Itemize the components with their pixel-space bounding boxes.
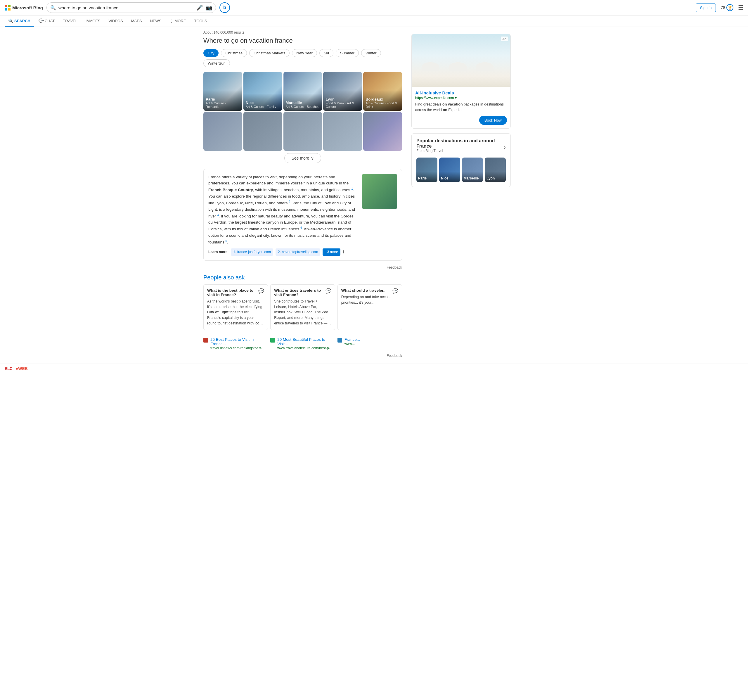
city-card-r2-5[interactable] xyxy=(363,112,402,151)
result-1: 25 Best Places to Visit in France... tra… xyxy=(203,335,268,353)
description-text: France offers a variety of places to vis… xyxy=(208,174,357,256)
r2-5-image xyxy=(363,112,402,151)
hamburger-menu[interactable]: ☰ xyxy=(738,4,743,11)
learn-more-link-1[interactable]: 1. france-justforyou.com xyxy=(231,248,273,256)
result-3-title[interactable]: France... xyxy=(345,337,360,342)
nav-item-news[interactable]: NEWS xyxy=(147,16,165,27)
learn-more-link-2[interactable]: 2. neverstoptraveling.com xyxy=(275,248,320,256)
filter-pill-wintersun[interactable]: WinterSun xyxy=(203,59,230,67)
paa-card-3[interactable]: 💬 What should a traveler... Depending on… xyxy=(338,285,402,330)
nav-item-more[interactable]: ⋮ MORE xyxy=(166,16,190,27)
pop-dest-header: Popular destinations in and around Franc… xyxy=(417,138,506,156)
city-card-nice[interactable]: Nice Art & Culture · Family xyxy=(243,72,282,111)
city-card-paris[interactable]: Paris Art & Culture · Romantic xyxy=(203,72,242,111)
paris-label: Paris Art & Culture · Romantic xyxy=(203,90,242,111)
dest-thumb-marseille[interactable]: Marseille xyxy=(462,158,483,183)
dest-thumb-paris[interactable]: Paris xyxy=(417,158,438,183)
nav-item-search[interactable]: 🔍 SEARCH xyxy=(5,15,34,27)
nav-item-images[interactable]: IMAGES xyxy=(82,16,104,27)
city-card-marseille[interactable]: Marseille Art & Culture · Beaches xyxy=(283,72,322,111)
lyon-title: Lyon xyxy=(325,97,360,101)
paa-question-3: What should a traveler... xyxy=(341,288,398,292)
result-1-text: 25 Best Places to Visit in France... tra… xyxy=(210,337,268,350)
result-3-text: France... www... xyxy=(345,337,360,346)
bordeaux-label: Bordeaux Art & Culture · Food & Drink xyxy=(363,90,402,111)
pop-dest-grid: Paris Nice Marseille Lyon xyxy=(417,158,506,183)
result-2-text: 20 Most Beautiful Places to Visit... www… xyxy=(277,337,335,350)
popular-destinations: Popular destinations in and around Franc… xyxy=(411,133,511,187)
paa-grid: 💬 What is the best place to visit in Fra… xyxy=(203,285,402,330)
nice-title: Nice xyxy=(246,100,280,105)
paris-subtitle: Art & Culture · Romantic xyxy=(206,101,240,108)
r2-2-image xyxy=(243,112,282,151)
nav-item-maps[interactable]: MAPS xyxy=(128,16,146,27)
pop-dest-next-icon[interactable]: › xyxy=(504,144,506,151)
city-card-r2-3[interactable] xyxy=(283,112,322,151)
logo-sq-yellow xyxy=(8,8,11,11)
city-card-r2-4[interactable] xyxy=(323,112,362,151)
paa-expand-icon-1[interactable]: 💬 xyxy=(258,288,264,294)
result-1-url: travel.usnews.com/rankings/best-... xyxy=(210,346,268,350)
dest-thumb-nice[interactable]: Nice xyxy=(439,158,460,183)
umbrella-3 xyxy=(476,62,494,71)
paa-expand-icon-3[interactable]: 💬 xyxy=(392,288,398,294)
paa-question-2: What entices travelers to visit France? xyxy=(274,288,331,297)
city-card-r2-1[interactable] xyxy=(203,112,242,151)
nav-item-tools[interactable]: TOOLS xyxy=(191,16,211,27)
filter-pill-city[interactable]: City xyxy=(203,49,219,57)
result-2: 20 Most Beautiful Places to Visit... www… xyxy=(270,335,335,353)
city-card-lyon[interactable]: Lyon Food & Drink · Art & Culture xyxy=(323,72,362,111)
filter-pill-ski[interactable]: Ski xyxy=(319,49,333,57)
paa-card-2[interactable]: 💬 What entices travelers to visit France… xyxy=(270,285,335,330)
see-more-button[interactable]: See more ∨ xyxy=(284,153,321,163)
filter-pill-winter[interactable]: Winter xyxy=(361,49,381,57)
paa-question-1: What is the best place to visit in Franc… xyxy=(207,288,264,297)
filter-pill-christmas-markets[interactable]: Christmas Markets xyxy=(249,49,290,57)
bottom-bar: BLC ●WEB xyxy=(0,364,748,373)
city-card-bordeaux[interactable]: Bordeaux Art & Culture · Food & Drink xyxy=(363,72,402,111)
paa-expand-icon-2[interactable]: 💬 xyxy=(325,288,331,294)
bottom-feedback-label[interactable]: Feedback xyxy=(203,354,402,358)
result-1-title[interactable]: 25 Best Places to Visit in France... xyxy=(210,337,268,346)
feedback-label[interactable]: Feedback xyxy=(203,265,402,269)
city-card-r2-2[interactable] xyxy=(243,112,282,151)
filter-pill-christmas[interactable]: Christmas xyxy=(221,49,247,57)
logo-area: Microsoft Bing xyxy=(5,5,43,11)
ad-badge: Ad xyxy=(501,37,508,41)
nav-item-travel[interactable]: TRAVEL xyxy=(59,16,81,27)
ad-title: All-Inclusive Deals xyxy=(415,90,507,95)
search-input[interactable] xyxy=(58,5,194,10)
bottom-results: 25 Best Places to Visit in France... tra… xyxy=(203,335,402,353)
result-3-favicon xyxy=(338,338,342,342)
logo-sq-blue xyxy=(5,8,7,11)
camera-icon[interactable]: 📷 xyxy=(206,5,212,11)
lyon-label: Lyon Food & Drink · Art & Culture xyxy=(323,90,362,111)
bing-copilot-icon[interactable]: b xyxy=(219,2,230,13)
nice-label: Nice Art & Culture · Family xyxy=(243,94,282,111)
nav-item-videos[interactable]: VIDEOS xyxy=(105,16,126,27)
pop-dest-title: Popular destinations in and around Franc… xyxy=(417,138,504,149)
result-3-url: www... xyxy=(345,342,360,346)
info-icon[interactable]: ℹ xyxy=(343,249,344,255)
r2-3-image xyxy=(283,112,322,151)
copilot-letter: b xyxy=(223,5,226,10)
more-dots-icon: ⋮ xyxy=(170,19,173,23)
search-icon: 🔍 xyxy=(50,5,56,11)
paa-card-1[interactable]: 💬 What is the best place to visit in Fra… xyxy=(203,285,268,330)
more-links-button[interactable]: +3 more xyxy=(322,248,340,256)
sign-in-button[interactable]: Sign in xyxy=(696,3,716,12)
nav-item-chat[interactable]: 💬 CHAT xyxy=(35,15,58,27)
header-right: Sign in 78 🏆 ☰ xyxy=(696,3,743,12)
rewards-icon[interactable]: 🏆 xyxy=(727,4,733,11)
filter-pill-new-year[interactable]: New Year xyxy=(292,49,317,57)
marseille-title: Marseille xyxy=(286,100,320,105)
ad-box: Ad All-Inclusive Deals https://www.exped… xyxy=(411,34,511,129)
filter-pill-summer[interactable]: Summer xyxy=(336,49,359,57)
result-2-title[interactable]: 20 Most Beautiful Places to Visit... xyxy=(277,337,335,346)
description-block: France offers a variety of places to vis… xyxy=(203,169,402,261)
see-more-wrap: See more ∨ xyxy=(203,153,402,163)
pop-dest-subtitle: From Bing Travel xyxy=(417,149,504,153)
book-now-button[interactable]: Book Now xyxy=(479,116,507,125)
microphone-icon[interactable]: 🎤 xyxy=(196,5,203,11)
dest-thumb-lyon[interactable]: Lyon xyxy=(485,158,506,183)
